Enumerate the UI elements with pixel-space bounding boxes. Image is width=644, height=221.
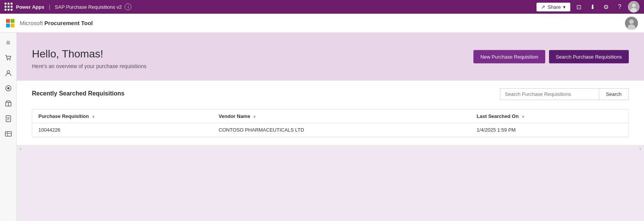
sidebar-icon-circle[interactable] (2, 81, 15, 95)
topbar-app-title: SAP Purchase Requisitions v2 (55, 4, 122, 10)
cell-last-searched: 1/4/2025 1:59 PM (471, 123, 628, 137)
ms-app-title: Procurement Tool (44, 20, 93, 26)
share-button[interactable]: ↗ Share ▾ (536, 3, 570, 11)
sidebar-icon-cart[interactable] (2, 51, 15, 65)
table-header: Purchase Requisition ∨ Vendor Name ∨ Las… (32, 110, 628, 123)
table-row: 10044226 CONTOSO PHARMACEUTICALS LTD 1/4… (32, 123, 628, 137)
settings-icon-button[interactable]: ⚙ (601, 2, 611, 12)
topbar-right-actions: ↗ Share ▾ ⊡ ⬇ ⚙ ? (536, 1, 639, 13)
sidebar-icon-package[interactable] (2, 97, 15, 110)
content-area: Hello, Thomas! Here's an overview of you… (17, 33, 644, 221)
topbar: Power Apps | SAP Purchase Requisitions v… (0, 0, 644, 14)
section-title: Recently Searched Requisitions (32, 90, 125, 97)
scroll-left-arrow[interactable]: ‹ (18, 146, 23, 151)
hero-section: Hello, Thomas! Here's an overview of you… (17, 33, 644, 81)
search-row: Search (500, 88, 629, 100)
requisitions-table: Purchase Requisition ∨ Vendor Name ∨ Las… (32, 110, 628, 137)
ms-brand-name: Microsoft (20, 20, 43, 26)
svg-point-7 (9, 59, 10, 60)
share-icon: ↗ (541, 4, 545, 10)
search-input[interactable] (500, 88, 599, 100)
sort-icon-vendor: ∨ (253, 114, 256, 119)
sidebar-icon-document[interactable] (2, 112, 15, 126)
svg-point-10 (7, 87, 9, 89)
user-avatar-msbar[interactable] (625, 17, 638, 30)
sort-icon-date: ∨ (522, 114, 524, 119)
monitor-icon-button[interactable]: ⊡ (573, 2, 584, 12)
cell-vendor-name[interactable]: CONTOSO PHARMACEUTICALS LTD (213, 123, 471, 137)
main-layout: ≡ (0, 33, 644, 221)
svg-point-1 (632, 4, 635, 7)
sidebar: ≡ (0, 33, 17, 221)
svg-point-4 (629, 19, 634, 24)
hero-buttons: New Purchase Requisition Search Purchase… (473, 50, 629, 64)
sidebar-icon-table[interactable] (2, 127, 15, 141)
sidebar-icon-contacts[interactable] (2, 66, 15, 80)
sidebar-icon-menu[interactable]: ≡ (2, 36, 15, 49)
power-apps-label: Power Apps (16, 4, 44, 10)
download-icon-button[interactable]: ⬇ (587, 2, 598, 12)
svg-point-6 (7, 59, 8, 60)
apps-grid-icon[interactable] (5, 3, 13, 11)
new-purchase-requisition-button[interactable]: New Purchase Requisition (473, 50, 545, 64)
share-chevron-icon: ▾ (563, 4, 566, 10)
ms-bar-right (625, 17, 638, 30)
svg-rect-17 (5, 132, 11, 136)
microsoft-logo (6, 19, 14, 27)
scroll-right-arrow[interactable]: › (638, 146, 642, 151)
search-button[interactable]: Search (599, 88, 629, 100)
sort-icon-pr: ∨ (92, 114, 95, 119)
topbar-separator: | (49, 4, 51, 10)
table-body: 10044226 CONTOSO PHARMACEUTICALS LTD 1/4… (32, 123, 628, 137)
cell-pr-number[interactable]: 10044226 (32, 123, 213, 137)
col-last-searched-on[interactable]: Last Searched On ∨ (471, 110, 628, 123)
scroll-bar-area: ‹ › (17, 145, 644, 153)
user-avatar-topbar[interactable] (628, 1, 639, 13)
table-wrapper: Purchase Requisition ∨ Vendor Name ∨ Las… (32, 109, 629, 137)
svg-point-8 (7, 71, 9, 73)
help-icon-button[interactable]: ? (614, 2, 625, 12)
ms-logo-grid (6, 19, 14, 27)
col-purchase-requisition[interactable]: Purchase Requisition ∨ (32, 110, 213, 123)
greeting-subtitle: Here's an overview of your purchase requ… (32, 63, 629, 69)
info-icon[interactable]: i (125, 3, 131, 10)
ms-header-bar: Microsoft Procurement Tool (0, 14, 644, 33)
search-purchase-requisitions-button[interactable]: Search Purchase Requisitions (549, 50, 629, 64)
table-section: Recently Searched Requisitions Search Pu… (17, 81, 644, 145)
col-vendor-name[interactable]: Vendor Name ∨ (213, 110, 471, 123)
share-label: Share (547, 4, 561, 10)
